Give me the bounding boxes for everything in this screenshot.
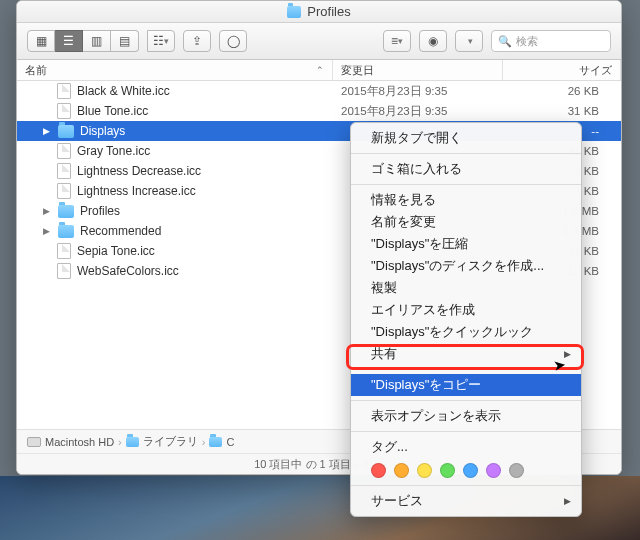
document-icon (57, 163, 71, 179)
folder-icon (287, 6, 301, 18)
file-date: 2015年8月23日 9:35 (333, 84, 503, 99)
menu-quicklook[interactable]: "Displays"をクイックルック (351, 321, 581, 343)
menu-share[interactable]: 共有 (351, 343, 581, 365)
table-row[interactable]: Blue Tone.icc2015年8月23日 9:3531 KB (17, 101, 621, 121)
tag-color-swatch[interactable] (463, 463, 478, 478)
menu-divider (351, 485, 581, 486)
file-name: Sepia Tone.icc (77, 244, 155, 258)
action-button[interactable]: ≡ (383, 30, 411, 52)
file-name: WebSafeColors.icc (77, 264, 179, 278)
tag-color-swatch[interactable] (509, 463, 524, 478)
tag-color-swatch[interactable] (417, 463, 432, 478)
toolbar: ▦ ☰ ▥ ▤ ☷ ⇪ ◯ ≡ 🔍 検索 (17, 23, 621, 60)
menu-open-new-tab[interactable]: 新規タブで開く (351, 127, 581, 149)
menu-move-to-trash[interactable]: ゴミ箱に入れる (351, 158, 581, 180)
file-name: Profiles (80, 204, 120, 218)
file-size: 26 KB (503, 85, 621, 97)
column-name[interactable]: 名前⌃ (17, 60, 333, 80)
disclosure-triangle-icon[interactable]: ▶ (43, 126, 52, 136)
search-placeholder: 検索 (516, 34, 538, 49)
path-root[interactable]: Macintosh HD (45, 436, 114, 448)
dropdown-button[interactable] (455, 30, 483, 52)
menu-burn-disc[interactable]: "Displays"のディスクを作成... (351, 255, 581, 277)
sort-indicator-icon: ⌃ (316, 65, 324, 75)
document-icon (57, 183, 71, 199)
menu-get-info[interactable]: 情報を見る (351, 189, 581, 211)
folder-icon (58, 225, 74, 238)
view-icon-button[interactable]: ▦ (27, 30, 55, 52)
tag-color-swatch[interactable] (486, 463, 501, 478)
tag-color-swatch[interactable] (394, 463, 409, 478)
table-row[interactable]: Black & White.icc2015年8月23日 9:3526 KB (17, 81, 621, 101)
share-button[interactable]: ⇪ (183, 30, 211, 52)
arrange-segment: ☷ (147, 30, 175, 52)
menu-duplicate[interactable]: 複製 (351, 277, 581, 299)
column-size[interactable]: サイズ (503, 60, 621, 80)
context-menu: 新規タブで開く ゴミ箱に入れる 情報を見る 名前を変更 "Displays"を圧… (350, 122, 582, 517)
chevron-right-icon: › (202, 436, 206, 448)
document-icon (57, 103, 71, 119)
tags-button[interactable]: ◯ (219, 30, 247, 52)
menu-divider (351, 400, 581, 401)
arrange-button[interactable]: ☷ (147, 30, 175, 52)
file-name: Lightness Decrease.icc (77, 164, 201, 178)
view-coverflow-button[interactable]: ▤ (111, 30, 139, 52)
menu-tag-colors (351, 458, 581, 481)
folder-icon (58, 125, 74, 138)
file-name: Recommended (80, 224, 161, 238)
menu-compress[interactable]: "Displays"を圧縮 (351, 233, 581, 255)
folder-icon (58, 205, 74, 218)
titlebar[interactable]: Profiles (17, 1, 621, 23)
document-icon (57, 143, 71, 159)
menu-copy[interactable]: "Displays"をコピー (351, 374, 581, 396)
file-size: 31 KB (503, 105, 621, 117)
file-name: Lightness Increase.icc (77, 184, 196, 198)
menu-tags-label: タグ... (351, 436, 581, 458)
window-title: Profiles (307, 4, 350, 19)
file-name: Blue Tone.icc (77, 104, 148, 118)
file-name: Gray Tone.icc (77, 144, 150, 158)
file-date: 2015年8月23日 9:35 (333, 104, 503, 119)
disclosure-triangle-icon[interactable]: ▶ (43, 206, 52, 216)
menu-divider (351, 153, 581, 154)
tag-color-swatch[interactable] (440, 463, 455, 478)
search-input[interactable]: 🔍 検索 (491, 30, 611, 52)
document-icon (57, 263, 71, 279)
folder-icon (126, 437, 139, 447)
view-list-button[interactable]: ☰ (55, 30, 83, 52)
disclosure-triangle-icon[interactable]: ▶ (43, 226, 52, 236)
document-icon (57, 243, 71, 259)
file-name: Black & White.icc (77, 84, 170, 98)
tag-color-swatch[interactable] (371, 463, 386, 478)
column-headers: 名前⌃ 変更日 サイズ (17, 60, 621, 81)
view-column-button[interactable]: ▥ (83, 30, 111, 52)
path-library[interactable]: ライブラリ (143, 434, 198, 449)
menu-make-alias[interactable]: エイリアスを作成 (351, 299, 581, 321)
menu-view-options[interactable]: 表示オプションを表示 (351, 405, 581, 427)
view-mode-segment: ▦ ☰ ▥ ▤ (27, 30, 139, 52)
path-current[interactable]: C (226, 436, 234, 448)
search-icon: 🔍 (498, 35, 512, 48)
hd-icon (27, 437, 41, 447)
menu-services[interactable]: サービス (351, 490, 581, 512)
document-icon (57, 83, 71, 99)
column-date[interactable]: 変更日 (333, 60, 503, 80)
quicklook-button[interactable] (419, 30, 447, 52)
folder-icon (209, 437, 222, 447)
menu-rename[interactable]: 名前を変更 (351, 211, 581, 233)
chevron-right-icon: › (118, 436, 122, 448)
menu-divider (351, 431, 581, 432)
menu-divider (351, 369, 581, 370)
file-name: Displays (80, 124, 125, 138)
menu-divider (351, 184, 581, 185)
